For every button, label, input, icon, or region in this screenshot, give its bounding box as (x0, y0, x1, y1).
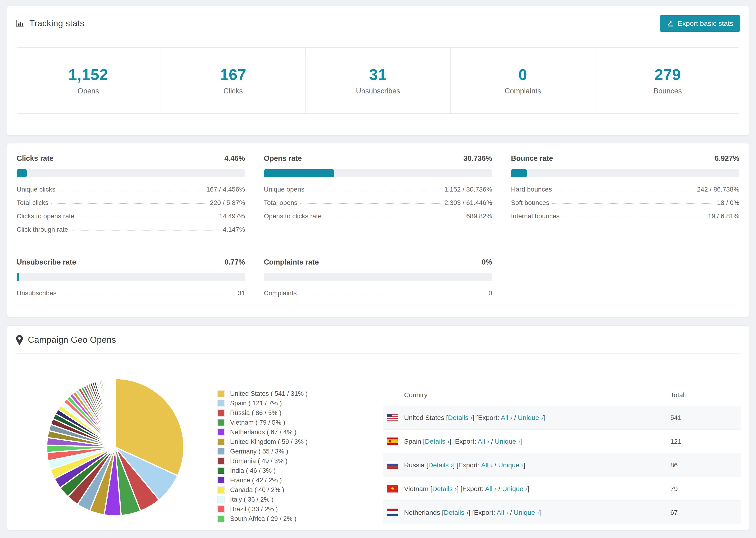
details-link[interactable]: Details › (432, 485, 457, 493)
rate-block-unsubscribe-rate: Unsubscribe rate 0.77% Unsubscribes 31 (17, 258, 245, 303)
legend-item-south-africa[interactable]: South Africa ( 29 / 2% ) (217, 514, 307, 523)
export-unique-link[interactable]: Unique › (518, 414, 543, 421)
summary-stats-box: 1,152 Opens 167 Clicks 31 Unsubscribes 0… (16, 47, 740, 114)
rate-detail-value: 18 / 0% (717, 199, 739, 207)
geo-pie-chart[interactable] (46, 378, 185, 516)
pie-slice[interactable] (115, 379, 115, 447)
country-total: 86 (670, 461, 741, 469)
rate-detail-label: Complaints (264, 290, 297, 297)
legend-item-brazil[interactable]: Brazil ( 33 / 2% ) (217, 504, 307, 514)
dotted-leader (300, 203, 442, 204)
export-all-link[interactable]: All › (478, 438, 489, 445)
rate-detail-label: Clicks to opens rate (17, 212, 75, 220)
rate-detail-value: 2,303 / 61.446% (444, 199, 492, 207)
legend-item-italy[interactable]: Italy ( 36 / 2% ) (217, 495, 307, 504)
rate-detail-value: 1,152 / 30.736% (444, 186, 492, 193)
stat-value: 167 (220, 66, 246, 83)
legend-swatch (217, 409, 225, 417)
rate-detail-row: Complaints 0 (264, 290, 492, 303)
export-all-link[interactable]: All › (501, 414, 512, 421)
dotted-leader (299, 294, 486, 294)
legend-item-france[interactable]: France ( 42 / 2% ) (217, 475, 307, 485)
export-unique-link[interactable]: Unique › (495, 438, 520, 445)
legend-swatch (217, 515, 225, 522)
export-unique-link[interactable]: Unique › (498, 461, 523, 469)
pie-legend: United States ( 541 / 31% ) Spain ( 121 … (217, 389, 307, 523)
legend-swatch (217, 467, 225, 474)
country-cell: Russia [Details ›] [Export: All › / Uniq… (404, 461, 525, 469)
legend-item-canada[interactable]: Canada ( 40 / 2% ) (217, 485, 307, 495)
rate-detail-label: Unique opens (264, 186, 304, 193)
details-link[interactable]: Details › (425, 438, 450, 445)
export-all-link[interactable]: All › (481, 461, 493, 469)
rate-detail-value: 242 / 86.738% (697, 186, 739, 193)
legend-item-united-states[interactable]: United States ( 541 / 31% ) (217, 389, 307, 398)
legend-swatch (217, 457, 225, 465)
legend-swatch (217, 400, 225, 407)
flag-vn-icon (387, 485, 398, 493)
legend-label: Italy ( 36 / 2% ) (230, 496, 274, 503)
legend-label: Netherlands ( 67 / 4% ) (230, 428, 297, 436)
legend-item-vietnam[interactable]: Vietnam ( 79 / 5% ) (217, 418, 307, 427)
export-icon (667, 20, 674, 27)
details-link[interactable]: Details › (444, 509, 469, 516)
legend-item-united-kingdom[interactable]: United Kingdom ( 59 / 3% ) (217, 437, 307, 447)
dotted-leader (58, 190, 203, 190)
table-row-vn: Vietnam [Details ›] [Export: All › / Uni… (383, 477, 741, 501)
export-unique-link[interactable]: Unique › (502, 485, 527, 493)
rate-detail-value: 4.147% (223, 226, 245, 233)
legend-item-netherlands[interactable]: Netherlands ( 67 / 4% ) (217, 427, 307, 437)
rate-detail-row: Clicks to opens rate 14.497% (17, 212, 245, 226)
rate-detail-row: Opens to clicks rate 689.82% (264, 212, 492, 226)
rate-value: 0.77% (225, 258, 245, 266)
stat-clicks: 167 Clicks (161, 48, 305, 113)
export-unique-link[interactable]: Unique › (514, 509, 539, 516)
legend-label: South Africa ( 29 / 2% ) (230, 515, 297, 522)
rate-title: Bounce rate (511, 154, 553, 163)
rate-detail-value: 689.82% (466, 212, 492, 220)
dotted-leader (552, 203, 714, 204)
export-all-link[interactable]: All › (485, 485, 497, 493)
details-link[interactable]: Details › (448, 414, 473, 421)
rate-detail-label: Click through rate (17, 226, 68, 233)
legend-item-germany[interactable]: Germany ( 55 / 3% ) (217, 447, 307, 456)
dotted-leader (562, 217, 705, 217)
rate-detail-row: Click through rate 4.147% (17, 226, 245, 239)
legend-swatch (217, 428, 225, 436)
rate-detail-label: Hard bounces (511, 186, 552, 193)
legend-label: Romania ( 49 / 3% ) (230, 457, 288, 465)
rate-detail-row: Hard bounces 242 / 86.738% (511, 186, 739, 199)
flag-us-icon (387, 413, 398, 422)
export-basic-stats-button[interactable]: Export basic stats (660, 15, 740, 32)
legend-item-romania[interactable]: Romania ( 49 / 3% ) (217, 456, 307, 466)
dotted-leader (51, 203, 207, 204)
legend-swatch (217, 448, 225, 455)
rate-title: Opens rate (264, 154, 302, 163)
legend-item-spain[interactable]: Spain ( 121 / 7% ) (217, 398, 307, 408)
export-button-label: Export basic stats (677, 20, 733, 27)
rate-title: Clicks rate (17, 154, 54, 163)
table-row-gb: United Kingdom [Details ›] [Export: All … (383, 524, 741, 530)
country-cell: Netherlands [Details ›] [Export: All › /… (404, 509, 541, 516)
legend-label: Canada ( 40 / 2% ) (230, 486, 284, 494)
stat-opens: 1,152 Opens (16, 48, 161, 113)
legend-swatch (217, 390, 225, 398)
country-total: 121 (670, 438, 741, 445)
table-row-ru: Russia [Details ›] [Export: All › / Uniq… (383, 453, 741, 477)
table-header-row: Country Total (383, 384, 741, 405)
stat-complaints: 0 Complaints (450, 48, 595, 113)
rate-block-opens-rate: Opens rate 30.736% Unique opens 1,152 / … (264, 154, 492, 239)
rate-detail-row: Total opens 2,303 / 61.446% (264, 199, 492, 212)
dotted-leader (59, 294, 235, 294)
rate-detail-label: Total clicks (17, 199, 48, 207)
map-pin-icon (16, 335, 23, 345)
legend-item-russia[interactable]: Russia ( 86 / 5% ) (217, 408, 307, 418)
stat-bounces: 279 Bounces (595, 48, 740, 113)
pie-svg[interactable] (46, 378, 185, 516)
export-all-link[interactable]: All › (497, 509, 508, 516)
details-link[interactable]: Details › (428, 461, 453, 469)
rate-detail-label: Total opens (264, 199, 297, 207)
rate-detail-label: Unsubscribes (17, 290, 57, 297)
column-header-country: Country (383, 391, 670, 399)
legend-item-india[interactable]: India ( 46 / 3% ) (217, 466, 307, 475)
